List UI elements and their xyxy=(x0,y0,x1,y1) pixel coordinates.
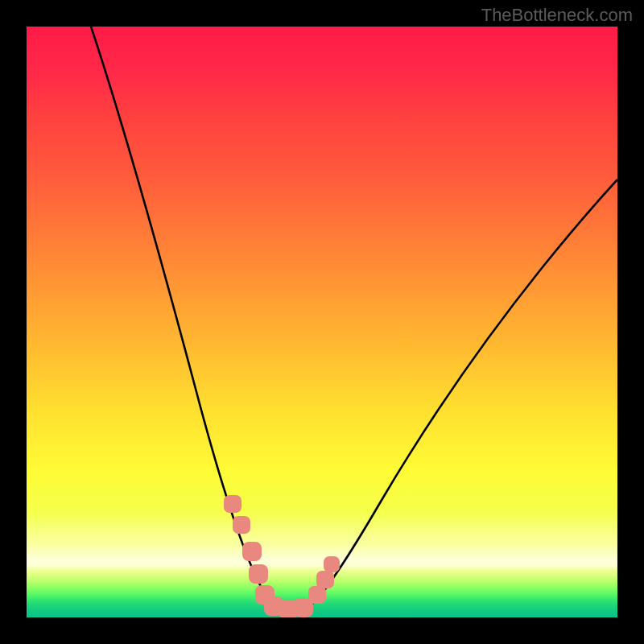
svg-rect-1 xyxy=(233,516,250,534)
svg-rect-10 xyxy=(324,556,340,572)
plot-area xyxy=(27,27,617,617)
svg-rect-0 xyxy=(224,495,242,513)
svg-rect-2 xyxy=(242,542,262,561)
chart-frame: TheBottleneck.com xyxy=(0,0,644,644)
watermark-text: TheBottleneck.com xyxy=(481,5,633,26)
svg-rect-8 xyxy=(308,586,326,604)
bottleneck-curve xyxy=(91,27,617,613)
marker-group xyxy=(224,495,340,617)
curve-layer xyxy=(27,27,617,617)
svg-rect-3 xyxy=(249,564,268,584)
svg-rect-9 xyxy=(316,571,334,588)
